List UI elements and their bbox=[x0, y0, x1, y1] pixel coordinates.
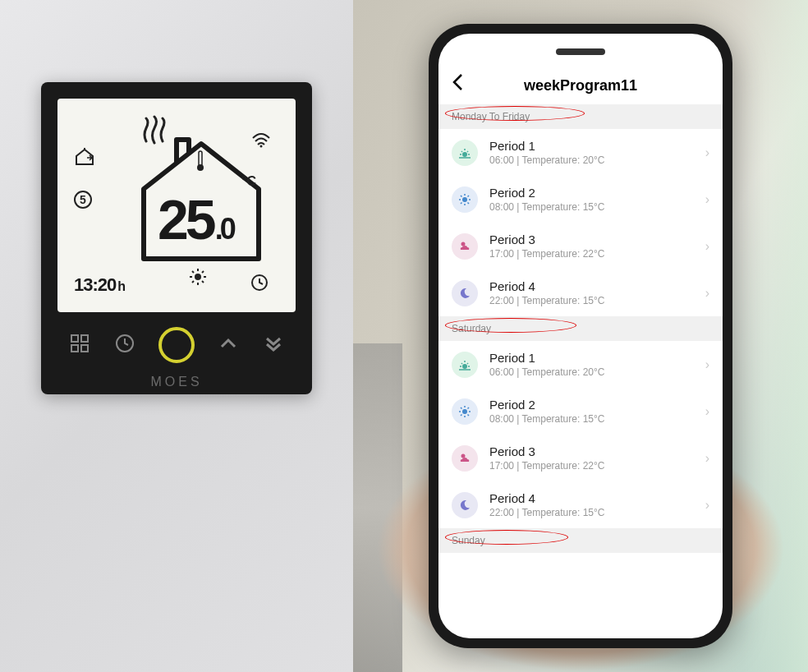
period-title: Period 3 bbox=[489, 232, 705, 246]
cloud-icon bbox=[452, 445, 478, 472]
svg-line-10 bbox=[192, 281, 194, 283]
period-text: Period 208:00 | Temperature: 15°C bbox=[489, 186, 705, 213]
thermometer-icon bbox=[195, 150, 205, 176]
chevron-right-icon: › bbox=[705, 286, 709, 301]
program-number-badge: 5 bbox=[74, 191, 92, 209]
temperature-display: 25.0 bbox=[158, 187, 233, 251]
period-title: Period 2 bbox=[489, 398, 705, 412]
svg-rect-13 bbox=[71, 335, 78, 342]
left-panel: 5 °C 25.0 13:20h bbox=[0, 0, 353, 672]
svg-point-2 bbox=[197, 164, 204, 171]
period-title: Period 2 bbox=[489, 186, 705, 200]
time-value: 13:20 bbox=[74, 274, 116, 295]
period-text: Period 317:00 | Temperature: 22°C bbox=[489, 232, 705, 260]
app-header: weekProgram11 bbox=[438, 34, 723, 104]
svg-line-33 bbox=[468, 196, 470, 197]
svg-line-49 bbox=[461, 414, 462, 416]
svg-point-18 bbox=[462, 152, 467, 157]
svg-line-50 bbox=[468, 407, 470, 409]
section-header: Saturday bbox=[438, 316, 723, 341]
period-row[interactable]: Period 422:00 | Temperature: 15°C› bbox=[438, 269, 723, 316]
sun-mode-icon bbox=[189, 268, 207, 289]
svg-line-30 bbox=[461, 196, 462, 197]
sunrise-icon bbox=[452, 352, 478, 378]
period-row[interactable]: Period 317:00 | Temperature: 22°C› bbox=[438, 435, 723, 481]
svg-line-8 bbox=[192, 271, 194, 273]
period-row[interactable]: Period 422:00 | Temperature: 15°C› bbox=[438, 481, 723, 528]
period-title: Period 3 bbox=[489, 444, 705, 458]
period-text: Period 422:00 | Temperature: 15°C bbox=[489, 279, 705, 306]
svg-line-22 bbox=[461, 151, 462, 152]
svg-line-40 bbox=[467, 363, 468, 364]
period-text: Period 106:00 | Temperature: 20°C bbox=[489, 351, 705, 378]
period-subtitle: 17:00 | Temperature: 22°C bbox=[489, 248, 705, 260]
period-text: Period 106:00 | Temperature: 20°C bbox=[489, 139, 705, 166]
period-subtitle: 06:00 | Temperature: 20°C bbox=[489, 366, 705, 378]
time-display: 13:20h bbox=[74, 274, 125, 296]
period-text: Period 422:00 | Temperature: 15°C bbox=[489, 491, 705, 518]
period-row[interactable]: Period 208:00 | Temperature: 15°C› bbox=[438, 388, 723, 435]
down-double-button[interactable] bbox=[263, 333, 284, 357]
svg-line-32 bbox=[461, 202, 462, 204]
period-row[interactable]: Period 106:00 | Temperature: 20°C› bbox=[438, 341, 723, 388]
away-home-icon bbox=[74, 148, 95, 169]
svg-line-47 bbox=[461, 407, 462, 409]
period-subtitle: 22:00 | Temperature: 15°C bbox=[489, 507, 705, 518]
moon-icon bbox=[452, 492, 478, 518]
svg-point-51 bbox=[461, 453, 466, 458]
svg-point-34 bbox=[461, 242, 466, 246]
cloud-icon bbox=[452, 233, 478, 260]
chevron-right-icon: › bbox=[705, 357, 709, 372]
right-panel: weekProgram11 Monday To FridayPeriod 106… bbox=[353, 0, 808, 672]
phone-screen: weekProgram11 Monday To FridayPeriod 106… bbox=[438, 34, 723, 638]
svg-line-9 bbox=[202, 281, 204, 283]
clock-button[interactable] bbox=[114, 333, 135, 357]
schedule-list[interactable]: Monday To FridayPeriod 106:00 | Temperat… bbox=[438, 104, 723, 638]
time-unit: h bbox=[117, 279, 125, 293]
schedule-clock-icon bbox=[250, 273, 269, 296]
period-text: Period 317:00 | Temperature: 22°C bbox=[489, 444, 705, 472]
highlight-oval bbox=[445, 318, 576, 333]
chevron-right-icon: › bbox=[705, 192, 709, 207]
page-title: weekProgram11 bbox=[524, 77, 637, 94]
svg-line-48 bbox=[468, 414, 470, 416]
period-subtitle: 08:00 | Temperature: 15°C bbox=[489, 201, 705, 213]
period-title: Period 1 bbox=[489, 139, 705, 153]
period-row[interactable]: Period 208:00 | Temperature: 15°C› bbox=[438, 176, 723, 223]
period-row[interactable]: Period 106:00 | Temperature: 20°C› bbox=[438, 129, 723, 176]
phone-speaker bbox=[556, 48, 605, 55]
temperature-unit: °C bbox=[241, 174, 256, 189]
period-subtitle: 08:00 | Temperature: 15°C bbox=[489, 413, 705, 425]
svg-line-11 bbox=[202, 271, 204, 273]
svg-point-35 bbox=[462, 364, 467, 369]
highlight-oval bbox=[445, 106, 585, 121]
phone-frame: weekProgram11 Monday To FridayPeriod 106… bbox=[429, 24, 732, 648]
chevron-right-icon: › bbox=[705, 239, 709, 254]
svg-rect-15 bbox=[71, 345, 78, 352]
up-button[interactable] bbox=[218, 333, 239, 357]
temperature-int: 25 bbox=[158, 187, 213, 251]
period-subtitle: 06:00 | Temperature: 20°C bbox=[489, 154, 705, 166]
period-title: Period 4 bbox=[489, 491, 705, 505]
period-row[interactable]: Period 317:00 | Temperature: 22°C› bbox=[438, 223, 723, 269]
chevron-right-icon: › bbox=[705, 404, 709, 419]
back-button[interactable] bbox=[452, 73, 463, 96]
thermostat-button-row bbox=[57, 327, 296, 363]
chevron-right-icon: › bbox=[705, 451, 709, 466]
menu-grid-button[interactable] bbox=[69, 333, 90, 357]
sun-icon bbox=[452, 186, 478, 213]
thermostat-device: 5 °C 25.0 13:20h bbox=[41, 82, 312, 394]
thermostat-screen: 5 °C 25.0 13:20h bbox=[57, 99, 296, 312]
highlight-oval bbox=[445, 530, 568, 545]
chevron-right-icon: › bbox=[705, 145, 709, 160]
moon-icon bbox=[452, 280, 478, 306]
power-ring-button[interactable] bbox=[158, 327, 195, 363]
svg-line-39 bbox=[461, 363, 462, 364]
svg-rect-16 bbox=[81, 345, 88, 352]
sunrise-icon bbox=[452, 140, 478, 166]
sun-icon bbox=[452, 398, 478, 425]
svg-point-3 bbox=[195, 274, 201, 280]
chevron-right-icon: › bbox=[705, 498, 709, 513]
svg-rect-14 bbox=[81, 335, 88, 342]
svg-line-31 bbox=[468, 202, 470, 204]
